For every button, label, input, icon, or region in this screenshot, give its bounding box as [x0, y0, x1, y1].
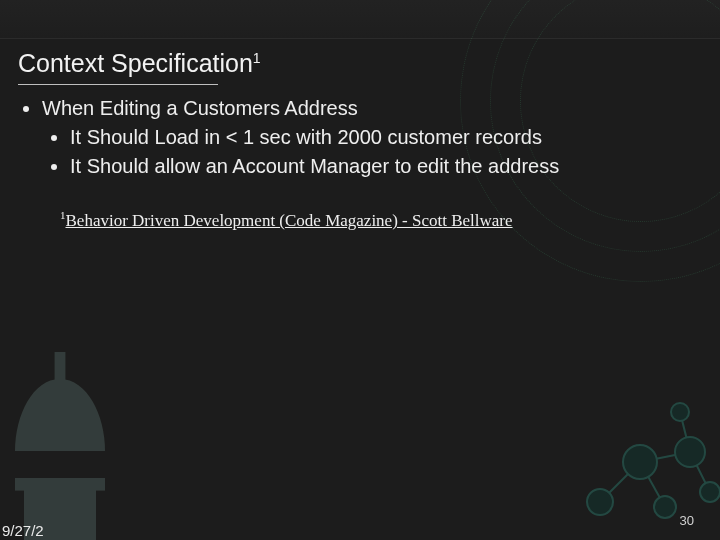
bullet-text: It Should allow an Account Manager to ed…: [70, 155, 559, 177]
title-superscript: 1: [253, 50, 261, 66]
molecule-icon: [570, 392, 720, 532]
bullet-text: When Editing a Customers Address: [42, 97, 358, 119]
bullet-item: When Editing a Customers Address It Shou…: [42, 95, 702, 180]
bullet-text: It Should Load in < 1 sec with 2000 cust…: [70, 126, 542, 148]
bullet-subitem: It Should Load in < 1 sec with 2000 cust…: [70, 124, 702, 151]
svg-point-18: [671, 403, 689, 421]
svg-rect-7: [83, 501, 90, 541]
bullet-sublist: It Should Load in < 1 sec with 2000 cust…: [42, 124, 702, 180]
svg-line-9: [640, 452, 690, 462]
footnote-text: Behavior Driven Development (Code Magazi…: [66, 211, 513, 230]
svg-line-8: [600, 462, 640, 502]
svg-point-17: [700, 482, 720, 502]
svg-rect-6: [69, 501, 76, 541]
svg-rect-2: [55, 352, 66, 383]
svg-point-16: [654, 496, 676, 518]
bullet-subitem: It Should allow an Account Manager to ed…: [70, 153, 702, 180]
slide-topbar: [0, 0, 720, 39]
page-number: 30: [680, 513, 694, 528]
capitol-icon: [0, 340, 150, 540]
svg-line-10: [640, 462, 665, 507]
title-block: Context Specification1: [0, 39, 720, 85]
svg-line-12: [680, 412, 690, 452]
bullet-list: When Editing a Customers Address It Shou…: [18, 95, 702, 180]
svg-line-11: [690, 452, 710, 492]
slide: Context Specification1 When Editing a Cu…: [0, 0, 720, 540]
svg-point-13: [587, 489, 613, 515]
svg-rect-1: [15, 478, 105, 491]
slide-body: When Editing a Customers Address It Shou…: [0, 95, 720, 233]
slide-date: 9/27/2: [2, 523, 44, 538]
title-text: Context Specification: [18, 49, 253, 77]
svg-rect-5: [51, 501, 58, 541]
footnote: 1Behavior Driven Development (Code Magaz…: [60, 208, 702, 233]
svg-point-14: [623, 445, 657, 479]
svg-point-15: [675, 437, 705, 467]
title-underline: [18, 84, 218, 85]
slide-title: Context Specification1: [18, 49, 702, 78]
